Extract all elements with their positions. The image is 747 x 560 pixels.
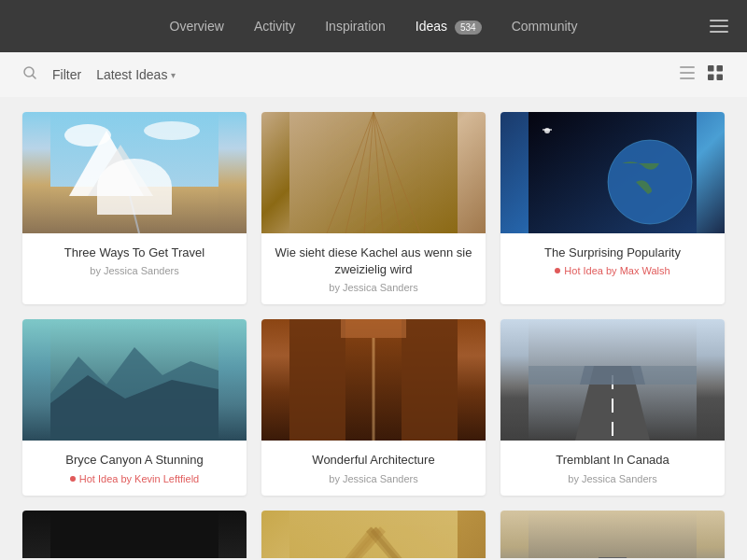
nav-items: Overview Activity Inspiration Ideas 534 … <box>170 19 578 34</box>
card-author: by Jessica Sanders <box>34 265 235 276</box>
svg-rect-8 <box>717 75 724 81</box>
nav-item-ideas[interactable]: Ideas 534 <box>416 19 482 34</box>
card-item[interactable] <box>22 511 247 558</box>
ideas-badge: 534 <box>455 21 482 35</box>
svg-line-1 <box>33 76 36 79</box>
svg-rect-5 <box>708 65 714 72</box>
card-body: Tremblant In Canadaby Jessica Sanders <box>500 441 725 495</box>
sort-dropdown[interactable]: Latest Ideas ▾ <box>96 67 176 82</box>
svg-rect-3 <box>680 72 695 74</box>
card-item[interactable]: Wonderful Architectureby Jessica Sanders <box>261 319 486 495</box>
card-item[interactable] <box>500 511 725 558</box>
card-title: Three Ways To Get Travel <box>34 245 235 261</box>
svg-rect-4 <box>680 77 695 79</box>
card-image <box>22 112 247 233</box>
nav-item-community[interactable]: Community <box>512 19 578 34</box>
card-body: The Surprising PopularityHot Idea by Max… <box>500 233 725 287</box>
svg-point-13 <box>64 124 111 147</box>
card-author: by Jessica Sanders <box>512 473 713 484</box>
filter-button[interactable]: Filter <box>52 67 81 82</box>
card-item[interactable]: Wie sieht diese Kachel aus wenn sie zwei… <box>261 112 486 304</box>
toolbar: Filter Latest Ideas ▾ <box>0 52 747 97</box>
svg-rect-33 <box>402 319 458 441</box>
hamburger-menu[interactable] <box>710 20 728 33</box>
card-image <box>500 112 725 233</box>
navbar: Overview Activity Inspiration Ideas 534 … <box>0 0 747 52</box>
search-icon[interactable] <box>22 65 37 84</box>
svg-rect-16 <box>289 112 458 233</box>
card-author: by Jessica Sanders <box>273 282 474 293</box>
card-image <box>261 112 486 233</box>
card-image <box>500 511 725 558</box>
card-body: Wie sieht diese Kachel aus wenn sie zwei… <box>261 233 486 304</box>
hot-dot-icon <box>555 268 560 273</box>
card-title: Bryce Canyon A Stunning <box>34 452 235 469</box>
card-author: by Jessica Sanders <box>273 473 474 484</box>
hot-dot-icon <box>70 476 76 482</box>
svg-rect-51 <box>529 511 697 558</box>
grid-view-button[interactable] <box>706 63 725 86</box>
card-title: The Surprising Popularity <box>512 245 713 261</box>
svg-rect-34 <box>341 319 406 338</box>
ideas-grid: Three Ways To Get Travelby Jessica Sande… <box>22 112 725 558</box>
card-image <box>261 511 486 558</box>
svg-rect-6 <box>717 65 724 72</box>
card-image <box>500 319 725 441</box>
svg-point-14 <box>144 121 200 140</box>
card-item[interactable]: Bryce Canyon A StunningHot Idea by Kevin… <box>22 319 247 495</box>
card-hot-label: Hot Idea by Kevin Leftfield <box>34 473 235 484</box>
nav-item-inspiration[interactable]: Inspiration <box>325 19 386 34</box>
list-view-button[interactable] <box>678 64 697 85</box>
card-item[interactable]: Tremblant In Canadaby Jessica Sanders <box>500 319 725 495</box>
card-body: Wonderful Architectureby Jessica Sanders <box>261 441 486 495</box>
card-title: Wie sieht diese Kachel aus wenn sie zwei… <box>273 245 474 278</box>
card-item[interactable]: Three Ways To Get Travelby Jessica Sande… <box>22 112 247 304</box>
svg-rect-2 <box>680 66 695 68</box>
card-title: Tremblant In Canada <box>512 452 713 469</box>
content-area: Three Ways To Get Travelby Jessica Sande… <box>0 97 747 558</box>
svg-marker-42 <box>580 366 645 385</box>
card-item[interactable] <box>261 511 486 558</box>
svg-rect-7 <box>708 75 714 81</box>
card-image <box>22 511 247 558</box>
nav-item-activity[interactable]: Activity <box>254 19 295 34</box>
svg-rect-27 <box>543 129 552 131</box>
card-body: Three Ways To Get Travelby Jessica Sande… <box>22 233 247 287</box>
toolbar-left: Filter Latest Ideas ▾ <box>22 65 176 84</box>
card-hot-label: Hot Idea by Max Walsh <box>512 265 713 276</box>
card-title: Wonderful Architecture <box>273 452 474 469</box>
card-image <box>261 319 486 441</box>
toolbar-right <box>678 63 725 86</box>
svg-rect-32 <box>289 319 345 441</box>
chevron-down-icon: ▾ <box>171 70 176 80</box>
card-image <box>22 319 247 441</box>
svg-rect-43 <box>50 511 218 558</box>
card-body: Bryce Canyon A StunningHot Idea by Kevin… <box>22 441 247 495</box>
nav-item-overview[interactable]: Overview <box>170 19 224 34</box>
card-item[interactable]: The Surprising PopularityHot Idea by Max… <box>500 112 725 304</box>
